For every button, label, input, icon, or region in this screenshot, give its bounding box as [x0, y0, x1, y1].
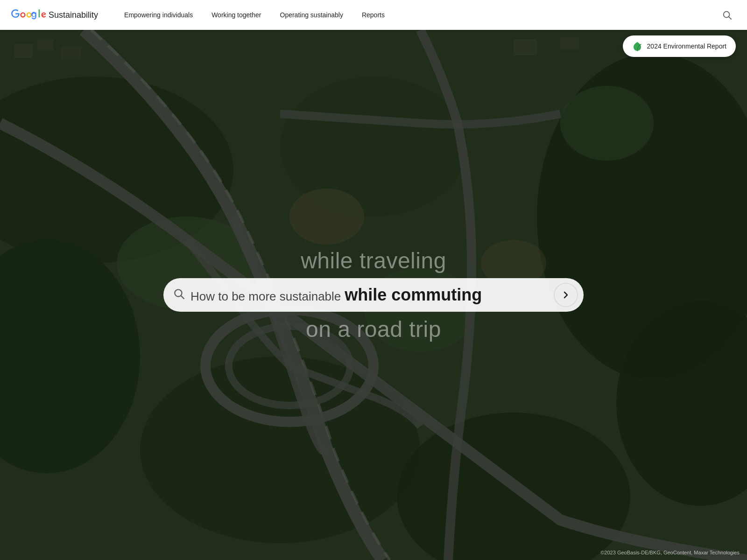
search-submit-button[interactable] — [554, 283, 578, 307]
hero-section: while traveling How to be more sustainab… — [0, 30, 747, 560]
google-logo-svg — [11, 9, 46, 21]
hero-content: while traveling How to be more sustainab… — [163, 248, 584, 342]
search-bar-icon — [173, 287, 185, 302]
logo-link[interactable]: Sustainability — [11, 9, 98, 21]
nav-search-button[interactable] — [718, 6, 736, 24]
nav-links: Empowering individuals Working together … — [117, 7, 718, 22]
nav-empowering[interactable]: Empowering individuals — [117, 7, 200, 22]
leaf-icon — [632, 41, 642, 51]
magnify-icon — [173, 287, 185, 300]
search-prefix: How to be more sustainable — [190, 289, 341, 304]
search-highlight: while commuting — [345, 285, 482, 305]
environmental-report-button[interactable]: 2024 Environmental Report — [623, 35, 736, 57]
nav-working[interactable]: Working together — [204, 7, 268, 22]
nav-reports[interactable]: Reports — [354, 7, 392, 22]
chevron-right-icon — [560, 289, 571, 301]
search-icon — [722, 10, 732, 20]
svg-line-1 — [729, 17, 731, 19]
search-text: How to be more sustainable while commuti… — [190, 285, 548, 305]
rotating-text-below: on a road trip — [306, 316, 441, 342]
copyright-text: ©2023 GeoBasis-DE/BKG, GeoContent, Maxar… — [600, 550, 740, 555]
nav-operating[interactable]: Operating sustainably — [273, 7, 351, 22]
rotating-text-above: while traveling — [301, 248, 446, 273]
navbar: Sustainability Empowering individuals Wo… — [0, 0, 747, 30]
search-bar: How to be more sustainable while commuti… — [163, 278, 584, 312]
svg-line-26 — [181, 296, 184, 299]
env-report-label: 2024 Environmental Report — [647, 42, 726, 50]
logo-text: Sustainability — [49, 10, 98, 20]
